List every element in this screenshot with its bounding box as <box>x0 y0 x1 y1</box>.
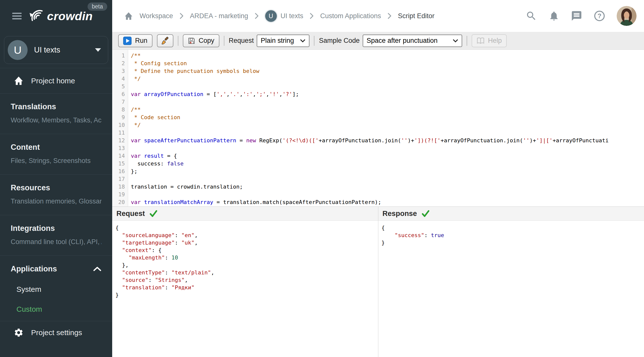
sidebar-item-custom[interactable]: Custom <box>11 305 102 314</box>
line-number: 18 <box>112 183 128 190</box>
line-number: 4 <box>112 75 128 82</box>
search-icon[interactable] <box>526 10 537 22</box>
line-text <box>128 144 644 152</box>
request-type-select[interactable]: Plain string <box>257 34 310 47</box>
sidebar-item-applications: Applications SystemCustom <box>0 256 112 321</box>
breadcrumb: WorkspaceARDEA - marketingUUI textsCusto… <box>124 10 526 22</box>
line-text: translation = crowdin.translation; <box>128 183 644 190</box>
sample-code-select-label: Sample Code <box>319 37 360 44</box>
code-line: 7 <box>112 98 644 106</box>
home-icon <box>14 76 24 85</box>
sidebar-section-subtitle: Workflow, Members, Tasks, Act… <box>11 116 102 124</box>
line-text: * Config section <box>128 60 644 67</box>
sidebar-item-system[interactable]: System <box>11 285 102 294</box>
project-selector[interactable]: U UI texts <box>4 36 108 64</box>
sidebar-item-resources[interactable]: ResourcesTranslation memories, Glossari… <box>0 175 112 215</box>
code-editor[interactable]: 1/**2 * Config section3 * Define the pun… <box>112 50 644 206</box>
json-line: "targetLanguage": "uk", <box>116 239 378 246</box>
project-name: UI texts <box>34 46 88 54</box>
chevron-up-icon <box>93 266 102 272</box>
breadcrumb-item[interactable]: ARDEA - marketing <box>190 12 248 20</box>
request-panel-title: Request <box>116 210 145 218</box>
breadcrumb-item[interactable]: UI texts <box>280 12 304 20</box>
sidebar-section-title: Integrations <box>11 224 102 233</box>
user-avatar[interactable] <box>617 6 636 26</box>
request-panel: Request { "sourceLanguage": "en", "targe… <box>112 207 378 357</box>
line-number: 8 <box>112 106 128 114</box>
home-icon[interactable] <box>124 12 133 20</box>
sidebar-section-subtitle: Translation memories, Glossari… <box>11 197 102 206</box>
svg-text:?: ? <box>598 12 602 20</box>
line-number: 17 <box>112 175 128 183</box>
json-line: } <box>116 291 378 299</box>
copy-button[interactable]: Copy <box>183 34 220 47</box>
code-line: 4 */ <box>112 75 644 82</box>
sidebar-item-project-settings[interactable]: Project settings <box>0 321 112 338</box>
code-line: 14var result = { <box>112 152 644 160</box>
request-json-editor[interactable]: { "sourceLanguage": "en", "targetLanguag… <box>112 221 378 357</box>
json-line: }, <box>116 262 378 269</box>
breadcrumb-item-with-avatar[interactable]: UUI texts <box>265 10 304 22</box>
line-text: var translationMatchArray = translation.… <box>128 198 644 206</box>
line-text <box>128 98 644 106</box>
line-number: 12 <box>112 136 128 144</box>
project-avatar: U <box>8 40 28 60</box>
line-text <box>128 129 644 136</box>
sidebar: U UI texts Project home TranslationsWork… <box>0 32 112 357</box>
toolbar-separator <box>224 36 224 46</box>
sidebar-item-translations[interactable]: TranslationsWorkflow, Members, Tasks, Ac… <box>0 94 112 134</box>
check-icon <box>421 210 430 218</box>
sidebar-section-subtitle: Files, Strings, Screenshots <box>11 156 102 165</box>
code-line: 15 success: false <box>112 160 644 168</box>
help-label: Help <box>488 37 502 44</box>
applications-title: Applications <box>11 264 57 274</box>
breadcrumb-chevron-icon <box>388 13 392 19</box>
request-select-label: Request <box>229 37 254 44</box>
help-icon[interactable]: ? <box>594 10 605 22</box>
breadcrumb-item[interactable]: Workspace <box>140 12 173 20</box>
breadcrumb-item[interactable]: Custom Applications <box>320 12 381 20</box>
messages-icon[interactable] <box>571 10 582 22</box>
line-text <box>128 190 644 198</box>
code-line: 21 <box>112 206 644 206</box>
crowdin-logo-icon <box>28 9 45 23</box>
sidebar-section-subtitle: Command line tool (CLI), API, A… <box>11 238 102 246</box>
breadcrumb-item: Script Editor <box>398 12 434 20</box>
breadcrumb-avatar: U <box>265 10 277 22</box>
run-button[interactable]: Run <box>118 34 152 47</box>
json-line: { <box>382 224 644 232</box>
notifications-icon[interactable] <box>548 10 560 22</box>
line-number: 13 <box>112 144 128 152</box>
line-text: */ <box>128 121 644 129</box>
main-content: Run Copy Request Plain string Sample Cod… <box>112 32 644 357</box>
code-line: 10 */ <box>112 121 644 129</box>
sidebar-item-integrations[interactable]: IntegrationsCommand line tool (CLI), API… <box>0 215 112 256</box>
json-line: "maxLength": 10 <box>116 254 378 262</box>
format-button[interactable] <box>157 34 174 47</box>
code-line: 3 * Define the punctuation symbols below <box>112 67 644 75</box>
line-number: 9 <box>112 114 128 121</box>
request-panel-header: Request <box>112 207 378 221</box>
hamburger-menu-icon[interactable] <box>12 11 22 21</box>
json-line: "sourceLanguage": "en", <box>116 232 378 239</box>
line-number: 1 <box>112 52 128 60</box>
sidebar-item-content[interactable]: ContentFiles, Strings, Screenshots <box>0 134 112 174</box>
sidebar-section-title: Resources <box>11 183 102 192</box>
applications-header[interactable]: Applications <box>11 264 102 274</box>
run-label: Run <box>135 37 148 44</box>
play-icon <box>123 36 132 45</box>
book-icon <box>476 37 484 44</box>
sidebar-item-project-home[interactable]: Project home <box>0 68 112 93</box>
code-line: 1/** <box>112 52 644 60</box>
line-text: var arrayOfPunctuation = [',','.',':',';… <box>128 90 644 98</box>
code-line: 5 <box>112 82 644 90</box>
help-button[interactable]: Help <box>472 34 507 47</box>
sample-code-select[interactable]: Space after punctuation <box>363 34 462 47</box>
line-text: * Define the punctuation symbols below <box>128 67 644 75</box>
copy-label: Copy <box>199 37 214 44</box>
toolbar: Run Copy Request Plain string Sample Cod… <box>112 32 644 50</box>
crowdin-logo[interactable]: crowdin <box>28 9 93 23</box>
chevron-down-icon <box>300 39 306 42</box>
response-panel-header: Response <box>378 207 644 221</box>
sidebar-section-title: Translations <box>11 102 102 112</box>
